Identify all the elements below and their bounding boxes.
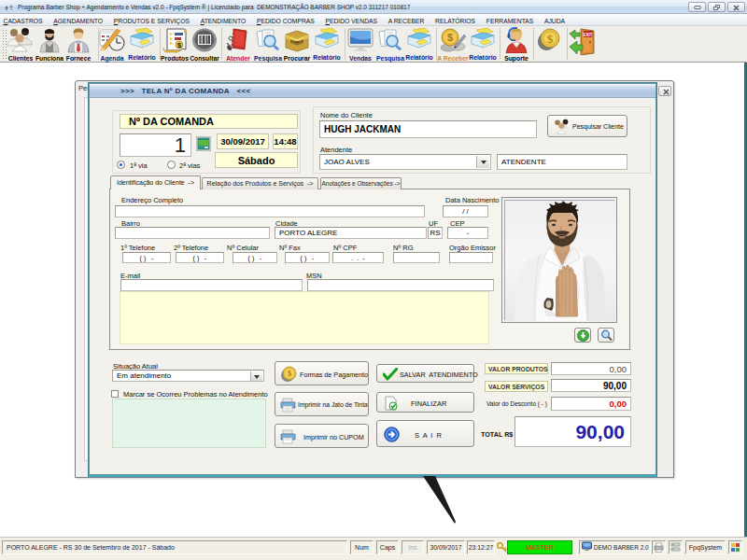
svg-text:$: $ xyxy=(447,32,453,43)
svg-text:EXIT: EXIT xyxy=(583,33,592,37)
svg-text:$: $ xyxy=(547,32,554,46)
svg-text:$: $ xyxy=(177,41,182,49)
